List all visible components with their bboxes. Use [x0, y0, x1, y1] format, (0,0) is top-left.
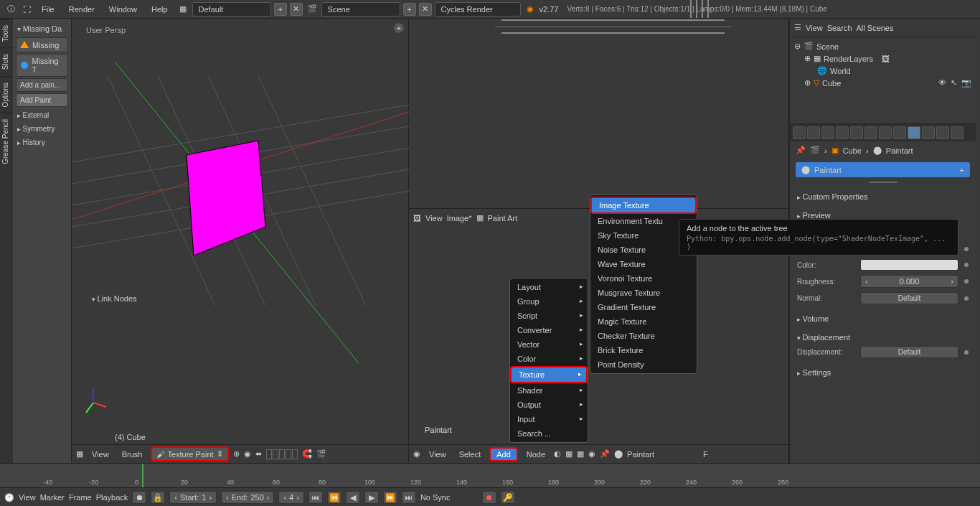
tree-cube[interactable]: ⊕▽Cube 👁 ↖ 📷 [794, 77, 971, 89]
material-icon[interactable]: ⬤ [614, 449, 623, 459]
color-field[interactable] [860, 259, 958, 271]
menu-image-texture[interactable]: Image Texture [590, 197, 697, 214]
shader-type-icon[interactable]: ◐ [554, 449, 561, 459]
menu-musgrave-texture[interactable]: Musgrave Texture [590, 286, 697, 300]
layout-icon[interactable]: ▦ [176, 3, 189, 16]
menu-view[interactable]: View [19, 493, 36, 502]
editor-type-icon[interactable]: ◉ [413, 449, 420, 459]
circle-plus-icon[interactable]: ⊕ [804, 54, 811, 63]
menu-window[interactable]: Window [103, 2, 143, 17]
next-keyframe-icon[interactable]: ⏩ [383, 491, 397, 504]
prev-keyframe-icon[interactable]: ⏪ [327, 491, 341, 504]
auto-keyframe-icon[interactable]: ⏺ [132, 491, 146, 504]
menu-view[interactable]: View [88, 450, 113, 459]
start-frame-field[interactable]: ‹Start: 1› [169, 491, 217, 504]
drag-handle[interactable] [869, 182, 897, 183]
section-symmetry[interactable]: Symmetry [16, 122, 68, 136]
editor-type-icon[interactable]: ⓘ [4, 3, 17, 16]
socket-dot[interactable] [964, 279, 969, 284]
section-settings[interactable]: Settings [797, 366, 969, 379]
tab-world[interactable] [836, 126, 849, 139]
timeline-ruler[interactable]: -40-200204060801001201401601802002202402… [0, 464, 980, 488]
tab-particles[interactable] [936, 126, 949, 139]
socket-dot[interactable] [964, 350, 969, 355]
image-browse-icon[interactable]: ▦ [476, 213, 484, 222]
menu-marker[interactable]: Marker [40, 493, 65, 502]
menu-search[interactable]: Search [827, 24, 852, 32]
menu-playback[interactable]: Playback [96, 493, 128, 502]
tab-physics[interactable] [951, 126, 963, 139]
menu-layout[interactable]: Layout [510, 280, 588, 294]
tab-tools[interactable]: Tools [0, 19, 13, 47]
node-tree-field[interactable]: Paintart [627, 450, 699, 459]
menu-add[interactable]: Add [489, 447, 518, 462]
editor-type-icon[interactable]: 🕐 [4, 493, 14, 502]
image-icon[interactable]: 🖼 [882, 55, 890, 63]
menu-view[interactable]: View [425, 214, 443, 222]
add-slot-button[interactable]: + [960, 166, 964, 174]
menu-wave-texture[interactable]: Wave Texture [590, 257, 697, 271]
tab-options[interactable]: Options [0, 76, 13, 113]
jump-end-icon[interactable]: ⏭ [402, 491, 416, 504]
crumb-material[interactable]: Paintart [886, 146, 913, 155]
panel-missing-data[interactable]: ▾ Missing Da [16, 22, 68, 36]
layers-widget[interactable] [266, 449, 298, 459]
menu-vector[interactable]: Vector [510, 337, 588, 352]
roughness-field[interactable]: ‹0.000› [860, 275, 958, 288]
layout-remove-button[interactable]: ✕ [290, 3, 303, 16]
node-editor[interactable]: Paintart Node: N🔗 L▭ ▸C Prop Inputs C 0.… [409, 227, 788, 463]
editor-type-icon[interactable]: ▦ [76, 449, 83, 459]
section-custom-props[interactable]: Custom Properties [797, 190, 969, 203]
manipulator-button[interactable]: ⬌ [255, 449, 262, 459]
tab-constraints[interactable] [864, 126, 877, 139]
section-history[interactable]: History [16, 136, 68, 149]
menu-script[interactable]: Script [510, 309, 588, 323]
normal-field[interactable]: Default [860, 292, 958, 304]
missing-texture-item[interactable]: Missing T [16, 54, 68, 77]
crumb-cube[interactable]: Cube [843, 146, 862, 155]
tab-texture[interactable] [922, 126, 935, 139]
pin-icon[interactable]: 📌 [600, 449, 610, 459]
orientation-button[interactable]: ⊕ [233, 449, 240, 459]
menu-voronoi-texture[interactable]: Voronoi Texture [590, 271, 697, 286]
tree-renderlayers[interactable]: ⊕▦RenderLayers 🖼 [794, 52, 971, 65]
record-icon[interactable]: ⏺ [482, 491, 496, 504]
mode-select[interactable]: 🖌 Texture Paint ⇕ [151, 446, 228, 462]
menu-select[interactable]: Select [455, 450, 486, 459]
tab-slots[interactable]: Slots [0, 47, 13, 75]
compositing-icon[interactable]: ▦ [565, 449, 573, 459]
expand-icon[interactable]: ⛶ [20, 3, 33, 16]
menu-view[interactable]: View [425, 450, 451, 459]
scene-select[interactable]: Scene [321, 2, 400, 17]
menu-view[interactable]: View [806, 24, 823, 32]
end-frame-field[interactable]: ‹End: 250› [221, 491, 274, 504]
menu-image[interactable]: Image* [447, 214, 472, 222]
menu-magic-texture[interactable]: Magic Texture [590, 314, 697, 329]
menu-group[interactable]: Group [510, 294, 588, 309]
menu-render[interactable]: Render [63, 2, 100, 17]
uv-image-canvas[interactable] [495, 26, 731, 27]
tab-render-layers[interactable] [807, 126, 820, 139]
link-nodes-header[interactable]: Link Nodes [92, 294, 145, 303]
menu-help[interactable]: Help [146, 2, 174, 17]
section-displacement[interactable]: Displacement [797, 331, 969, 344]
menu-gradient-texture[interactable]: Gradient Texture [590, 300, 697, 314]
tree-world[interactable]: 🌐World [794, 65, 971, 77]
menu-color[interactable]: Color [510, 352, 588, 366]
texture-type-icon[interactable]: ▩ [577, 449, 584, 459]
menu-converter[interactable]: Converter [510, 323, 588, 337]
menu-point-density[interactable]: Point Density [590, 357, 697, 372]
add-paint-slot[interactable]: Add a pain... [16, 78, 68, 92]
jump-start-icon[interactable]: ⏮ [308, 491, 323, 504]
outliner-filter[interactable]: All Scenes [857, 24, 971, 32]
3d-viewport[interactable]: User Persp + (4) Cube Link Nodes ▦ [72, 19, 409, 463]
use-nodes-icon[interactable]: ◉ [588, 449, 595, 459]
restrict-render-icon[interactable]: 📷 [961, 78, 971, 88]
keying-set-icon[interactable]: 🔑 [501, 491, 515, 504]
current-frame-field[interactable]: ‹4› [278, 491, 303, 504]
circle-plus-icon[interactable]: ⊕ [804, 78, 811, 88]
socket-dot[interactable] [964, 247, 969, 251]
menu-checker-texture[interactable]: Checker Texture [590, 329, 697, 343]
menu-texture[interactable]: Texture [510, 366, 588, 383]
restrict-view-icon[interactable]: 👁 [938, 78, 946, 88]
